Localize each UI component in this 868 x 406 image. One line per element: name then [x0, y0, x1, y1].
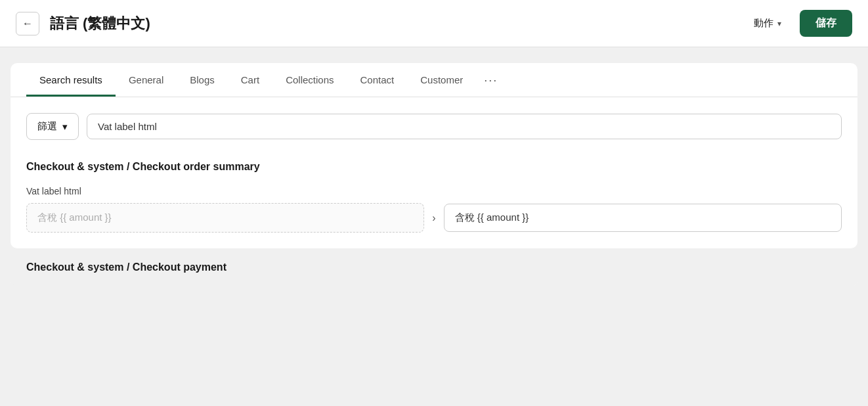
tab-collections[interactable]: Collections	[272, 64, 347, 97]
more-tabs-button[interactable]: ···	[476, 63, 506, 97]
source-field: 含稅 {{ amount }}	[26, 203, 424, 233]
field-label: Vat label html	[26, 186, 842, 196]
back-button[interactable]: ←	[16, 12, 39, 35]
tab-general[interactable]: General	[116, 64, 177, 97]
filter-button[interactable]: 篩選 ▾	[26, 113, 79, 140]
save-button[interactable]: 儲存	[800, 10, 852, 37]
tab-contact[interactable]: Contact	[347, 64, 408, 97]
filter-label: 篩選	[37, 120, 57, 133]
section1-heading: Checkout & system / Checkout order summa…	[26, 161, 842, 173]
bottom-section: Checkout & system / Checkout payment	[11, 248, 857, 286]
back-icon: ←	[22, 18, 33, 30]
tab-blogs[interactable]: Blogs	[177, 64, 228, 97]
content-card: 篩選 ▾ Checkout & system / Checkout order …	[11, 97, 857, 248]
filter-row: 篩選 ▾	[26, 113, 842, 140]
arrow-right-icon: ›	[432, 212, 435, 224]
tab-cart[interactable]: Cart	[228, 64, 272, 97]
filter-chevron-icon: ▾	[62, 121, 68, 133]
actions-button[interactable]: 動作 ▾	[746, 12, 789, 35]
section2-heading: Checkout & system / Checkout payment	[26, 261, 842, 273]
search-input[interactable]	[87, 114, 842, 139]
actions-label: 動作	[754, 17, 773, 30]
tab-customer[interactable]: Customer	[407, 64, 476, 97]
page-title: 語言 (繁體中文)	[50, 14, 735, 34]
tab-search-results[interactable]: Search results	[26, 64, 116, 97]
tabs-container: Search results General Blogs Cart Collec…	[11, 63, 857, 97]
target-input[interactable]	[444, 204, 842, 232]
page-header: ← 語言 (繁體中文) 動作 ▾ 儲存	[0, 0, 868, 47]
main-content: Search results General Blogs Cart Collec…	[0, 47, 868, 302]
chevron-down-icon: ▾	[777, 19, 781, 28]
translation-row: 含稅 {{ amount }} ›	[26, 203, 842, 233]
